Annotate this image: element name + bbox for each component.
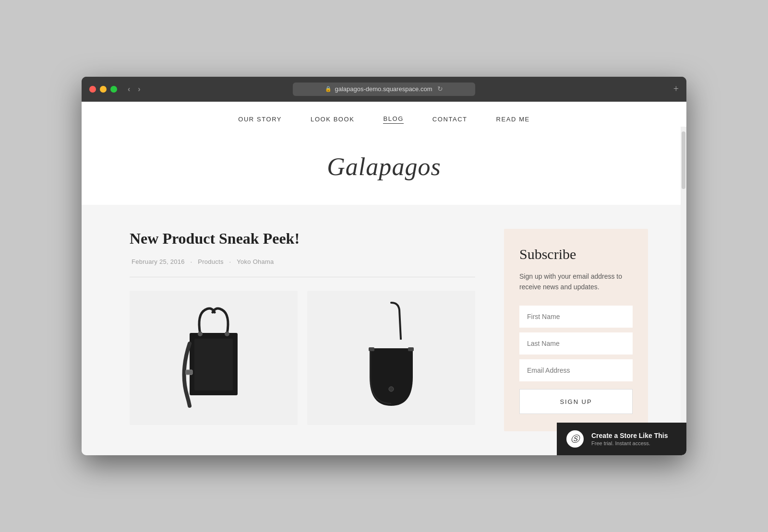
product-image-tote[interactable] [130, 291, 298, 425]
product-image-crossbody[interactable] [307, 291, 475, 425]
maximize-button[interactable] [110, 86, 117, 93]
post-author[interactable]: Yoko Ohama [237, 258, 274, 265]
svg-point-2 [225, 331, 229, 336]
svg-rect-9 [408, 347, 414, 351]
product-images [130, 291, 475, 425]
post-meta: February 25, 2016 · Products · Yoko Oham… [130, 258, 475, 265]
last-name-input[interactable] [519, 332, 633, 355]
site-title: Galapagos [82, 153, 686, 181]
main-content: New Product Sneak Peek! February 25, 201… [82, 205, 686, 456]
post-title: New Product Sneak Peek! [130, 229, 475, 249]
first-name-input[interactable] [519, 306, 633, 328]
subscribe-title: Subscribe [519, 246, 633, 262]
refresh-icon[interactable]: ↻ [437, 85, 443, 93]
post-sep1: · [191, 258, 192, 265]
svg-point-1 [198, 331, 203, 336]
browser-titlebar: ‹ › 🔒 galapagos-demo.squarespace.com ↻ + [82, 77, 686, 102]
url-text: galapagos-demo.squarespace.com [335, 85, 432, 93]
back-arrow[interactable]: ‹ [125, 84, 133, 95]
browser-nav-arrows: ‹ › [125, 84, 144, 95]
site-title-area: Galapagos [82, 133, 686, 205]
post-sep2: · [229, 258, 231, 265]
subscribe-description: Sign up with your email address to recei… [519, 271, 633, 293]
minimize-button[interactable] [100, 86, 107, 93]
address-bar[interactable]: 🔒 galapagos-demo.squarespace.com ↻ [293, 83, 475, 96]
nav-item-read-me[interactable]: READ ME [496, 116, 530, 123]
nav-item-our-story[interactable]: OUR STORY [238, 116, 282, 123]
subscribe-sidebar: Subscribe Sign up with your email addres… [504, 229, 648, 432]
squarespace-banner-title: Create a Store Like This [591, 432, 677, 439]
svg-rect-8 [369, 347, 374, 351]
nav-item-blog[interactable]: BLOG [383, 115, 403, 124]
traffic-lights [89, 86, 117, 93]
new-tab-button[interactable]: + [673, 83, 679, 95]
squarespace-banner-subtitle: Free trial. Instant access. [591, 440, 677, 446]
svg-rect-6 [370, 348, 413, 360]
post-date: February 25, 2016 [132, 258, 185, 265]
squarespace-logo: Ⓢ [566, 430, 584, 448]
tote-bag-svg [175, 305, 252, 411]
squarespace-logo-text: Ⓢ [571, 433, 579, 445]
close-button[interactable] [89, 86, 96, 93]
blog-area: New Product Sneak Peek! February 25, 201… [130, 229, 504, 432]
scrollbar-thumb[interactable] [682, 131, 685, 189]
squarespace-text: Create a Store Like This Free trial. Ins… [591, 432, 677, 446]
lock-icon: 🔒 [325, 86, 332, 92]
post-divider [130, 277, 475, 277]
forward-arrow[interactable]: › [135, 84, 143, 95]
svg-rect-4 [194, 339, 233, 390]
squarespace-banner[interactable]: Ⓢ Create a Store Like This Free trial. I… [557, 423, 686, 455]
browser-content: OUR STORY LOOK BOOK BLOG CONTACT READ ME… [82, 102, 686, 456]
browser-window: ‹ › 🔒 galapagos-demo.squarespace.com ↻ +… [82, 77, 686, 456]
svg-rect-3 [186, 370, 192, 375]
scrollbar-track[interactable] [681, 127, 686, 456]
svg-point-7 [389, 387, 394, 391]
sign-up-button[interactable]: SIGN UP [519, 389, 633, 414]
post-category[interactable]: Products [198, 258, 223, 265]
nav-item-contact[interactable]: CONTACT [432, 116, 468, 123]
email-input[interactable] [519, 359, 633, 381]
nav-item-look-book[interactable]: LOOK BOOK [311, 116, 354, 123]
site-nav: OUR STORY LOOK BOOK BLOG CONTACT READ ME [82, 102, 686, 133]
crossbody-bag-svg [360, 300, 422, 415]
